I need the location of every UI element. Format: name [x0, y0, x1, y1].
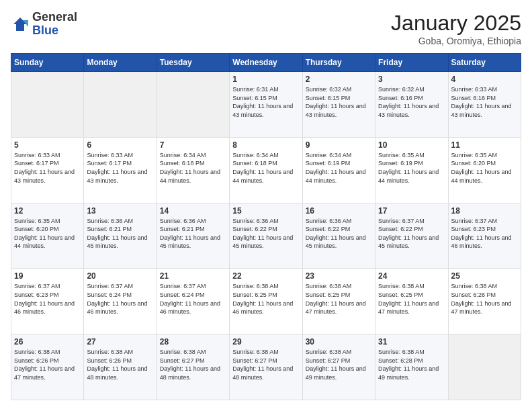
day-number: 15 [232, 206, 299, 216]
cell-details: Sunrise: 6:34 AMSunset: 6:18 PMDaylight:… [232, 151, 299, 185]
cell-details: Sunrise: 6:32 AMSunset: 6:15 PMDaylight:… [306, 85, 372, 119]
title-block: January 2025 Goba, Oromiya, Ethiopia [391, 11, 521, 46]
cell-details: Sunrise: 6:31 AMSunset: 6:15 PMDaylight:… [232, 85, 299, 119]
logo: General Blue [11, 11, 77, 38]
calendar-cell [84, 72, 157, 138]
calendar-cell: 23Sunrise: 6:38 AMSunset: 6:25 PMDayligh… [302, 269, 375, 334]
day-number: 26 [14, 337, 81, 347]
cell-details: Sunrise: 6:37 AMSunset: 6:23 PMDaylight:… [451, 217, 518, 250]
calendar-week-row: 12Sunrise: 6:35 AMSunset: 6:20 PMDayligh… [11, 203, 521, 269]
day-number: 17 [378, 206, 445, 216]
cell-details: Sunrise: 6:34 AMSunset: 6:19 PMDaylight:… [306, 151, 372, 185]
day-header-tuesday: Tuesday [157, 54, 229, 72]
header: General Blue January 2025 Goba, Oromiya,… [11, 11, 521, 46]
calendar-cell: 19Sunrise: 6:37 AMSunset: 6:23 PMDayligh… [11, 269, 84, 334]
cell-details: Sunrise: 6:35 AMSunset: 6:20 PMDaylight:… [451, 151, 518, 185]
calendar-cell: 14Sunrise: 6:36 AMSunset: 6:21 PMDayligh… [157, 203, 229, 269]
calendar-cell: 21Sunrise: 6:37 AMSunset: 6:24 PMDayligh… [157, 269, 229, 334]
calendar-cell: 25Sunrise: 6:38 AMSunset: 6:26 PMDayligh… [448, 269, 521, 334]
calendar-cell: 13Sunrise: 6:36 AMSunset: 6:21 PMDayligh… [84, 203, 157, 269]
day-header-saturday: Saturday [448, 54, 521, 72]
cell-details: Sunrise: 6:33 AMSunset: 6:17 PMDaylight:… [14, 151, 81, 185]
cell-details: Sunrise: 6:35 AMSunset: 6:19 PMDaylight:… [378, 151, 445, 185]
day-number: 16 [306, 206, 372, 216]
day-number: 14 [160, 206, 226, 216]
cell-details: Sunrise: 6:38 AMSunset: 6:26 PMDaylight:… [451, 282, 518, 316]
day-number: 30 [306, 337, 372, 347]
day-header-friday: Friday [375, 54, 448, 72]
calendar-cell: 20Sunrise: 6:37 AMSunset: 6:24 PMDayligh… [84, 269, 157, 334]
cell-details: Sunrise: 6:38 AMSunset: 6:25 PMDaylight:… [306, 282, 372, 316]
location: Goba, Oromiya, Ethiopia [391, 36, 521, 46]
cell-details: Sunrise: 6:38 AMSunset: 6:28 PMDaylight:… [378, 348, 445, 381]
logo-icon [11, 15, 30, 34]
logo-blue-text: Blue [32, 24, 58, 37]
calendar-cell: 30Sunrise: 6:38 AMSunset: 6:27 PMDayligh… [302, 334, 375, 400]
cell-details: Sunrise: 6:38 AMSunset: 6:27 PMDaylight:… [232, 348, 299, 381]
day-number: 13 [87, 206, 153, 216]
calendar-cell [157, 72, 229, 138]
day-number: 1 [232, 75, 299, 84]
calendar-cell: 17Sunrise: 6:37 AMSunset: 6:22 PMDayligh… [375, 203, 448, 269]
cell-details: Sunrise: 6:37 AMSunset: 6:24 PMDaylight:… [160, 282, 226, 316]
day-number: 8 [232, 140, 299, 150]
cell-details: Sunrise: 6:37 AMSunset: 6:23 PMDaylight:… [14, 282, 81, 316]
calendar-cell: 16Sunrise: 6:36 AMSunset: 6:22 PMDayligh… [302, 203, 375, 269]
cell-details: Sunrise: 6:37 AMSunset: 6:24 PMDaylight:… [87, 282, 153, 316]
month-title: January 2025 [391, 11, 521, 36]
day-number: 9 [306, 140, 372, 150]
cell-details: Sunrise: 6:36 AMSunset: 6:21 PMDaylight:… [160, 217, 226, 250]
calendar-cell: 6Sunrise: 6:33 AMSunset: 6:17 PMDaylight… [84, 137, 157, 203]
day-number: 2 [306, 75, 372, 84]
day-number: 5 [14, 140, 81, 150]
calendar-cell: 29Sunrise: 6:38 AMSunset: 6:27 PMDayligh… [230, 334, 302, 400]
calendar-week-row: 19Sunrise: 6:37 AMSunset: 6:23 PMDayligh… [11, 269, 521, 334]
day-header-wednesday: Wednesday [230, 54, 302, 72]
day-header-sunday: Sunday [11, 54, 84, 72]
calendar-week-row: 5Sunrise: 6:33 AMSunset: 6:17 PMDaylight… [11, 137, 521, 203]
day-number: 11 [451, 140, 518, 150]
day-number: 28 [160, 337, 226, 347]
cell-details: Sunrise: 6:38 AMSunset: 6:27 PMDaylight:… [160, 348, 226, 381]
calendar-cell: 26Sunrise: 6:38 AMSunset: 6:26 PMDayligh… [11, 334, 84, 400]
cell-details: Sunrise: 6:38 AMSunset: 6:25 PMDaylight:… [232, 282, 299, 316]
cell-details: Sunrise: 6:34 AMSunset: 6:18 PMDaylight:… [160, 151, 226, 185]
calendar-cell: 9Sunrise: 6:34 AMSunset: 6:19 PMDaylight… [302, 137, 375, 203]
cell-details: Sunrise: 6:35 AMSunset: 6:20 PMDaylight:… [14, 217, 81, 250]
day-header-monday: Monday [84, 54, 157, 72]
day-number: 29 [232, 337, 299, 347]
logo-general-text: General [32, 10, 77, 24]
calendar-cell: 18Sunrise: 6:37 AMSunset: 6:23 PMDayligh… [448, 203, 521, 269]
day-number: 6 [87, 140, 153, 150]
day-number: 23 [306, 271, 372, 281]
calendar-cell: 22Sunrise: 6:38 AMSunset: 6:25 PMDayligh… [230, 269, 302, 334]
calendar-cell: 2Sunrise: 6:32 AMSunset: 6:15 PMDaylight… [302, 72, 375, 138]
svg-marker-1 [13, 17, 27, 31]
cell-details: Sunrise: 6:38 AMSunset: 6:26 PMDaylight:… [14, 348, 81, 381]
cell-details: Sunrise: 6:36 AMSunset: 6:22 PMDaylight:… [306, 217, 372, 250]
calendar-cell: 27Sunrise: 6:38 AMSunset: 6:26 PMDayligh… [84, 334, 157, 400]
calendar-week-row: 26Sunrise: 6:38 AMSunset: 6:26 PMDayligh… [11, 334, 521, 400]
calendar-cell: 31Sunrise: 6:38 AMSunset: 6:28 PMDayligh… [375, 334, 448, 400]
cell-details: Sunrise: 6:37 AMSunset: 6:22 PMDaylight:… [378, 217, 445, 250]
day-number: 12 [14, 206, 81, 216]
day-number: 18 [451, 206, 518, 216]
cell-details: Sunrise: 6:33 AMSunset: 6:16 PMDaylight:… [451, 85, 518, 119]
calendar-week-row: 1Sunrise: 6:31 AMSunset: 6:15 PMDaylight… [11, 72, 521, 138]
calendar-cell: 1Sunrise: 6:31 AMSunset: 6:15 PMDaylight… [230, 72, 302, 138]
day-number: 4 [451, 75, 518, 84]
day-number: 10 [378, 140, 445, 150]
day-number: 20 [87, 271, 153, 281]
day-header-thursday: Thursday [302, 54, 375, 72]
day-number: 19 [14, 271, 81, 281]
day-number: 24 [378, 271, 445, 281]
day-number: 27 [87, 337, 153, 347]
day-number: 22 [232, 271, 299, 281]
calendar-cell: 4Sunrise: 6:33 AMSunset: 6:16 PMDaylight… [448, 72, 521, 138]
calendar-cell: 28Sunrise: 6:38 AMSunset: 6:27 PMDayligh… [157, 334, 229, 400]
cell-details: Sunrise: 6:32 AMSunset: 6:16 PMDaylight:… [378, 85, 445, 119]
cell-details: Sunrise: 6:36 AMSunset: 6:21 PMDaylight:… [87, 217, 153, 250]
calendar-cell: 10Sunrise: 6:35 AMSunset: 6:19 PMDayligh… [375, 137, 448, 203]
day-number: 7 [160, 140, 226, 150]
calendar-cell: 5Sunrise: 6:33 AMSunset: 6:17 PMDaylight… [11, 137, 84, 203]
